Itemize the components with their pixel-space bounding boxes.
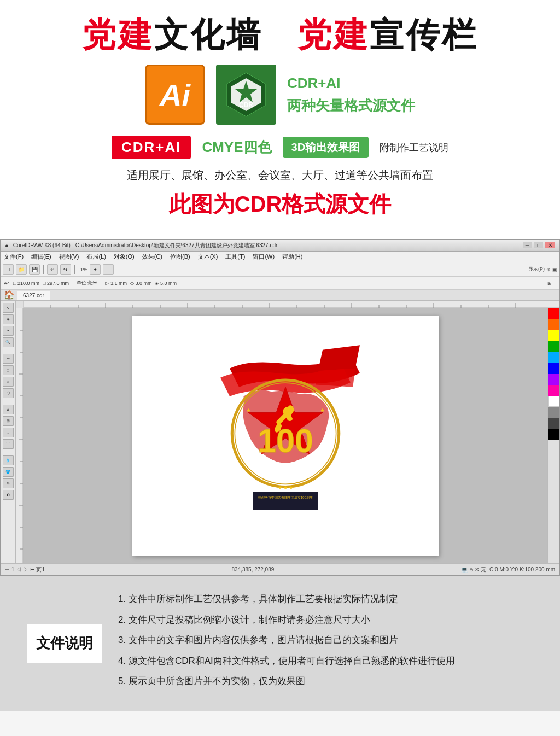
tb-redo[interactable]: ↪ <box>60 264 71 275</box>
prop-w: □ 210.0 mm <box>13 281 39 286</box>
table-tool[interactable]: ⊞ <box>3 416 14 426</box>
shape-tool[interactable]: ◈ <box>3 314 14 324</box>
color-darkgray[interactable] <box>548 418 559 429</box>
left-toolbar: ↖ ◈ ✂ 🔍 ✏ □ ○ ⬡ A ⊞ ↔ ⌒ 💧 🪣 ⊕ ◐ <box>1 301 16 563</box>
canvas-wrapper: 100 ★ ★ ★ ★ ★ 热烈庆祝中国共青团年团成立100周年 ———————… <box>16 301 559 563</box>
fill-tool[interactable]: 🪣 <box>3 467 14 477</box>
note-item-2: 2. 文件尺寸是投稿比例缩小设计，制作时请务必注意尺寸大小 <box>118 613 533 627</box>
dropper-tool[interactable]: 💧 <box>3 455 14 465</box>
dimension-tool[interactable]: ↔ <box>3 428 14 437</box>
connector-tool[interactable]: ⌒ <box>3 439 14 449</box>
ruler-top <box>24 301 559 308</box>
editor-body: ↖ ◈ ✂ 🔍 ✏ □ ○ ⬡ A ⊞ ↔ ⌒ 💧 🪣 ⊕ ◐ <box>1 301 559 563</box>
file-notes-label: 文件说明 <box>27 624 102 663</box>
menu-edit[interactable]: 编辑(E) <box>31 253 51 261</box>
coords: 834,385, 272,089 <box>231 566 274 573</box>
menu-effects[interactable]: 效果(C) <box>142 253 162 261</box>
menu-help[interactable]: 帮助(H) <box>282 253 302 261</box>
canvas-area: 100 ★ ★ ★ ★ ★ 热烈庆祝中国共青团年团成立100周年 ———————… <box>24 308 547 563</box>
zoom-tool[interactable]: 🔍 <box>3 337 14 347</box>
rulers-container <box>16 301 559 308</box>
home-icon: 🏠 <box>3 289 16 301</box>
prop-snap2: ◇ 3.0 mm <box>130 281 152 286</box>
editor-titlebar: ● CoreIDRAW X8 (64-Bit) - C:\Users\Admin… <box>1 240 559 252</box>
file-tab[interactable]: 6327.cdr <box>17 291 50 300</box>
main-title: 党建文化墙 党建宣传栏 <box>22 16 538 54</box>
snap-icon: ⊕ <box>546 267 551 272</box>
menu-bitmap[interactable]: 位图(B) <box>170 253 190 261</box>
color-orange[interactable] <box>548 319 559 330</box>
color-gray[interactable] <box>548 407 559 418</box>
note-item-1: 1. 文件中所标制作工艺仅供参考，具体制作工艺要根据实际情况制定 <box>118 592 533 606</box>
snap-label: 显示(P) <box>528 266 545 273</box>
color-yellow[interactable] <box>548 330 559 341</box>
cmyk-badge: CMYE四色 <box>202 138 271 157</box>
prop-snap: ▷ 3.1 mm <box>105 281 127 286</box>
menu-object[interactable]: 对象(O) <box>114 253 135 261</box>
editor-section: ● CoreIDRAW X8 (64-Bit) - C:\Users\Admin… <box>0 239 560 576</box>
tb-zoom-in[interactable]: + <box>90 264 101 275</box>
select-tool[interactable]: ↖ <box>3 303 14 313</box>
svg-text:★: ★ <box>246 408 251 414</box>
transparency-tool[interactable]: ◐ <box>3 490 14 500</box>
format-text: CDR+AI 两种矢量格式源文件 <box>287 72 415 118</box>
menu-layout[interactable]: 布局(L) <box>86 253 106 261</box>
freehand-tool[interactable]: ✏ <box>3 354 14 364</box>
tb-undo[interactable]: ↩ <box>47 264 58 275</box>
svg-text:————————————————: ———————————————— <box>267 504 305 506</box>
cdr-ai-badge: CDR+AI <box>112 136 191 159</box>
note-item-4: 4. 源文件包含CDR和AI两种文件格式，使用者可自行选择自己熟悉的软件进行使用 <box>118 654 533 668</box>
svg-text:CDR: CDR <box>239 101 253 109</box>
canvas-paper: 100 ★ ★ ★ ★ ★ 热烈庆祝中国共青团年团成立100周年 ———————… <box>132 316 439 556</box>
desc-text: 适用展厅、展馆、办公室、会议室、大厅、过道等公共墙面布置 <box>22 168 538 183</box>
title-xuanchuanlan: 宣传栏 <box>370 16 478 54</box>
crop-tool[interactable]: ✂ <box>3 326 14 336</box>
tb-zoom-out[interactable]: - <box>103 264 114 275</box>
cdr-source-title: 此图为CDR格式源文件 <box>22 189 538 219</box>
grid-icon: ▣ <box>552 267 557 272</box>
color-red[interactable] <box>548 308 559 319</box>
color-violet[interactable] <box>548 374 559 385</box>
color-cyan[interactable] <box>548 352 559 363</box>
menu-text[interactable]: 文本(X) <box>198 253 218 261</box>
prop-h: □ 297.0 mm <box>43 281 69 286</box>
ai-icon: Ai <box>145 65 205 125</box>
snap-indicators: 💻 ⊕ ✕ 无 <box>461 566 486 574</box>
menu-tools[interactable]: 工具(T) <box>225 253 245 261</box>
color-white[interactable] <box>548 396 559 407</box>
title-dangjianbold-2: 党建 <box>298 16 370 54</box>
editor-title-text: CoreIDRAW X8 (64-Bit) - C:\Users\Adminis… <box>13 242 278 249</box>
close-btn[interactable]: ✕ <box>545 242 555 248</box>
title-wenhuaqiang: 文化墙 <box>154 16 262 54</box>
editor-tabs: 🏠 6327.cdr <box>1 290 559 301</box>
color-panel-rest <box>548 440 559 563</box>
minimize-btn[interactable]: ─ <box>523 242 532 248</box>
menu-file[interactable]: 文件(F) <box>4 253 24 261</box>
restore-btn[interactable]: □ <box>534 242 543 248</box>
text-tool[interactable]: A <box>3 405 14 414</box>
output-3d-badge: 3D输出效果图 <box>283 137 369 158</box>
rect-tool[interactable]: □ <box>3 365 14 375</box>
tb-save[interactable]: 💾 <box>29 264 40 275</box>
poly-tool[interactable]: ⬡ <box>3 388 14 398</box>
menu-window[interactable]: 窗口(W) <box>253 253 275 261</box>
prop-snap3: ◈ 5.0 mm <box>155 281 177 286</box>
tb-open[interactable]: 📁 <box>16 264 27 275</box>
ellipse-tool[interactable]: ○ <box>3 377 14 387</box>
svg-text:100: 100 <box>258 422 313 459</box>
tb-new[interactable]: □ <box>3 264 14 275</box>
editor-statusbar: ⊣ 1 ◁ ▷ ⊢ 页1 834,385, 272,089 💻 ⊕ ✕ 无 C:… <box>1 563 559 575</box>
canvas-main: 100 ★ ★ ★ ★ ★ 热烈庆祝中国共青团年团成立100周年 ———————… <box>16 308 559 563</box>
color-swatches <box>548 308 559 563</box>
note-item-3: 3. 文件中的文字和图片内容仅供参考，图片请根据自己的文案和图片 <box>118 633 533 647</box>
status-right: 💻 ⊕ ✕ 无 C:0 M:0 Y:0 K:100 200 mm <box>461 566 555 574</box>
cdr-icon: CDR <box>216 65 276 125</box>
blend-tool[interactable]: ⊕ <box>3 478 14 488</box>
right-color-panel <box>547 308 559 563</box>
color-black[interactable] <box>548 429 559 440</box>
color-magenta[interactable] <box>548 385 559 396</box>
menu-view[interactable]: 视图(V) <box>59 253 79 261</box>
editor-app-name: ● <box>5 242 9 249</box>
color-blue[interactable] <box>548 363 559 374</box>
color-green[interactable] <box>548 341 559 352</box>
